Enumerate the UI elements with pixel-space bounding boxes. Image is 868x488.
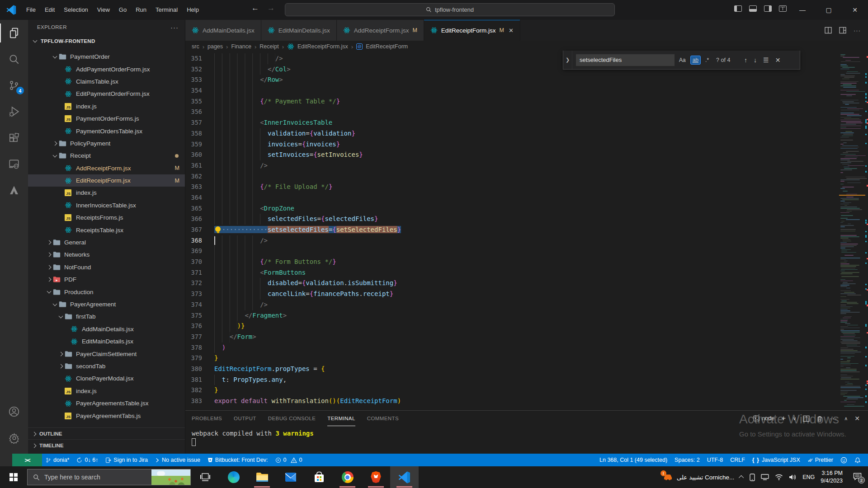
- status-formatter[interactable]: ✓✓Prettier: [804, 454, 837, 466]
- code-line-357[interactable]: 357 <InnerInvoicesTable: [185, 117, 839, 128]
- breadcrumb-item[interactable]: pages: [208, 43, 223, 50]
- code-line-372[interactable]: 372 disabled={validation.isSubmitting}: [185, 278, 839, 289]
- tree-folder-general[interactable]: General: [28, 236, 185, 249]
- menu-go[interactable]: Go: [114, 4, 131, 16]
- tree-folder-production[interactable]: Production: [28, 286, 185, 298]
- breadcrumb-file[interactable]: EditReceiptForm.jsx: [297, 43, 348, 50]
- tab-editreceiptform-jsx[interactable]: EditReceiptForm.jsxM✕: [424, 20, 520, 41]
- close-button[interactable]: ✕: [842, 0, 868, 20]
- wifi-icon[interactable]: [775, 474, 783, 480]
- next-match-icon[interactable]: ↓: [754, 56, 757, 64]
- close-find-icon[interactable]: ✕: [775, 56, 781, 64]
- active-issue-status[interactable]: No active issue: [151, 454, 204, 466]
- tree-file-addmaindetails-jsx[interactable]: AddMainDetails.jsx: [28, 323, 185, 335]
- taskbar-app-chrome[interactable]: [333, 466, 362, 488]
- activity-remote-explorer-icon[interactable]: [0, 151, 28, 177]
- tree-file-clonepayermodal-jsx[interactable]: ClonePayerModal.jsx: [28, 372, 185, 385]
- minimize-button[interactable]: —: [789, 0, 816, 20]
- more-actions-icon[interactable]: ···: [830, 415, 837, 422]
- code-line-365[interactable]: 365 <DropZone: [185, 203, 839, 214]
- tree-file-editmaindetails-jsx[interactable]: EditMainDetails.jsx: [28, 335, 185, 347]
- code-line-360[interactable]: 360 setInvoices={setInvoices}: [185, 150, 839, 160]
- panel-tab-comments[interactable]: COMMENTS: [367, 411, 399, 426]
- start-button[interactable]: [0, 466, 27, 488]
- bitbucket-status[interactable]: Bitbucket: Front Dev:: [204, 454, 272, 466]
- code-line-362[interactable]: 362: [185, 171, 839, 182]
- activity-run-debug-icon[interactable]: [0, 99, 28, 125]
- workspace-root-folder[interactable]: TPFLOW-FRONTEND: [28, 34, 185, 48]
- tree-folder-networks[interactable]: Networks: [28, 249, 185, 261]
- task-view-button[interactable]: [191, 466, 219, 488]
- taskbar-app-store[interactable]: [305, 466, 333, 488]
- breadcrumb-item[interactable]: Finance: [231, 43, 251, 50]
- code-line-355[interactable]: 355 {/* Payment Table */}: [185, 96, 839, 107]
- minimap[interactable]: [839, 52, 865, 410]
- menu-terminal[interactable]: Terminal: [151, 4, 182, 16]
- layout-icon[interactable]: [839, 27, 846, 34]
- taskbar-search[interactable]: Type here to search: [27, 469, 191, 485]
- taskbar-app-brave[interactable]: [362, 466, 390, 488]
- tree-folder-firsttab[interactable]: firstTab: [28, 310, 185, 323]
- tree-folder-pdf[interactable]: ▶PDF: [28, 273, 185, 286]
- tab-addreceiptform-jsx[interactable]: AddReceiptForm.jsxM: [337, 20, 424, 41]
- breadcrumb-symbol[interactable]: EditReceiptForm: [366, 43, 408, 50]
- display-icon[interactable]: [761, 474, 769, 480]
- tree-folder-paymentorder[interactable]: PaymentOrder: [28, 51, 185, 63]
- activity-atlassian-icon[interactable]: [0, 177, 28, 203]
- panel-tab-debug-console[interactable]: DEBUG CONSOLE: [268, 411, 316, 426]
- activity-source-control-icon[interactable]: 4: [0, 72, 28, 99]
- activity-settings-icon[interactable]: [0, 425, 28, 451]
- maximize-panel-chevron[interactable]: ∧: [844, 416, 848, 422]
- whole-word-toggle[interactable]: ab: [690, 56, 701, 65]
- toggle-secondary-sidebar-icon[interactable]: [764, 5, 772, 12]
- activity-search-icon[interactable]: [0, 46, 28, 72]
- code-line-366[interactable]: 366 selectedFiles={selectedFiles}: [185, 214, 839, 225]
- code-line-370[interactable]: 370 {/* Form Buttons */}: [185, 257, 839, 267]
- taskbar-app-vscode[interactable]: [390, 466, 419, 488]
- status-eol[interactable]: CRLF: [726, 454, 749, 466]
- panel-tab-output[interactable]: OUTPUT: [234, 411, 256, 426]
- code-line-371[interactable]: 371 <FormButtons: [185, 267, 839, 278]
- tree-file-addpaymentorderform-jsx[interactable]: AddPaymentOrderForm.jsx: [28, 63, 185, 75]
- status-encoding[interactable]: UTF-8: [703, 454, 726, 466]
- more-actions-icon[interactable]: ···: [170, 23, 179, 31]
- back-arrow-icon[interactable]: ←: [251, 4, 259, 13]
- toggle-sidebar-icon[interactable]: [734, 5, 742, 12]
- find-in-selection-icon[interactable]: ☰: [763, 56, 769, 64]
- code-line-374[interactable]: 374 />: [185, 300, 839, 310]
- overview-ruler[interactable]: [865, 52, 868, 410]
- show-hidden-icons-chevron[interactable]: [739, 475, 744, 480]
- tree-file-payeragreementtabs-js[interactable]: JSPayerAgreementTabs.js: [28, 409, 185, 422]
- kill-terminal-icon[interactable]: [816, 415, 823, 422]
- code-line-353[interactable]: 353 </Row>: [185, 75, 839, 85]
- previous-match-icon[interactable]: ↑: [744, 56, 747, 64]
- git-branch-status[interactable]: donia*: [42, 454, 73, 466]
- code-editor[interactable]: 351 />352 </Col>353 </Row>354 355 {/* Pa…: [185, 52, 839, 410]
- code-line-367[interactable]: 367··············setselectedFiles={setSe…: [185, 225, 839, 235]
- activity-explorer-icon[interactable]: [0, 20, 28, 46]
- status-language[interactable]: { }JavaScript JSX: [749, 454, 804, 466]
- forward-arrow-icon[interactable]: →: [267, 4, 275, 13]
- code-line-379[interactable]: 379}: [185, 353, 839, 364]
- terminal-instance-label[interactable]: node: [753, 415, 774, 422]
- tree-file-receiptsfroms-js[interactable]: JSReceiptsFroms.js: [28, 211, 185, 224]
- tree-folder-policypayment[interactable]: PolicyPayment: [28, 137, 185, 150]
- tab-editmaindetails-jsx[interactable]: EditMainDetails.jsx: [261, 20, 337, 41]
- code-line-364[interactable]: 364: [185, 192, 839, 203]
- language-indicator[interactable]: ENG: [802, 474, 815, 480]
- code-line-376[interactable]: 376 )}: [185, 321, 839, 332]
- tree-file-index-js[interactable]: JSindex.js: [28, 100, 185, 113]
- tray-notification-message[interactable]: ! تشييد على Corniche...: [663, 474, 735, 481]
- taskbar-app-edge[interactable]: [219, 466, 248, 488]
- code-line-383[interactable]: 383export default withTranslation()(Edit…: [185, 396, 839, 407]
- status-cursor-position[interactable]: Ln 368, Col 1 (49 selected): [596, 454, 671, 466]
- sync-changes-status[interactable]: 0↓ 6↑: [73, 454, 102, 466]
- tab-addmaindetails-jsx[interactable]: AddMainDetails.jsx: [185, 20, 261, 41]
- tree-file-innerinvoicestable-jsx[interactable]: InnerInvoicesTable.jsx: [28, 199, 185, 211]
- regex-toggle[interactable]: .*: [703, 56, 711, 64]
- code-line-377[interactable]: 377 </Form>: [185, 332, 839, 343]
- breadcrumb-item[interactable]: Receipt: [259, 43, 278, 50]
- problems-status[interactable]: 00: [272, 454, 306, 466]
- sidebar-panel-timeline[interactable]: TIMELINE: [28, 439, 185, 451]
- close-panel-icon[interactable]: ✕: [854, 415, 860, 422]
